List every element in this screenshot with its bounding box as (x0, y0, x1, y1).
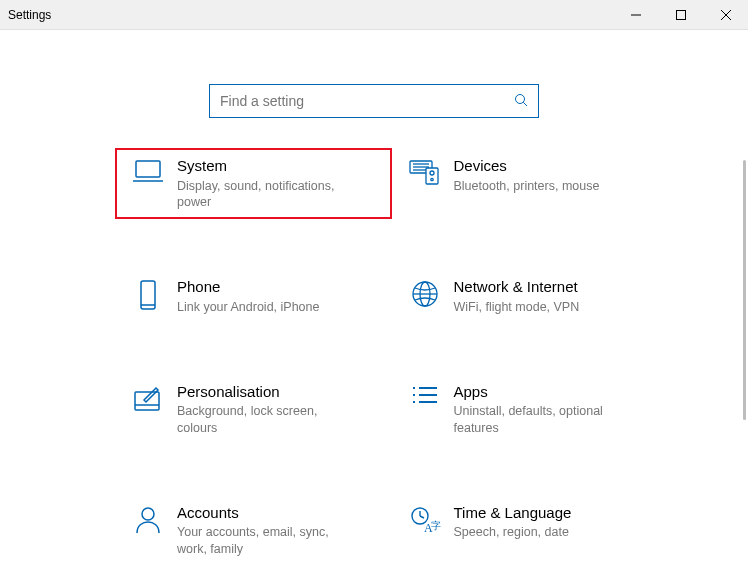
globe-icon (410, 279, 440, 309)
paintbrush-icon (132, 384, 164, 414)
tile-desc: Your accounts, email, sync, work, family (177, 524, 353, 558)
tile-title: Accounts (177, 503, 353, 523)
minimize-icon (631, 10, 641, 20)
svg-text:字: 字 (431, 520, 441, 531)
close-button[interactable] (703, 0, 748, 29)
title-bar: Settings (0, 0, 748, 30)
tile-title: Apps (454, 382, 630, 402)
tile-desc: Background, lock screen, colours (177, 403, 353, 437)
scrollbar-thumb[interactable] (743, 160, 746, 420)
laptop-icon (131, 158, 165, 186)
settings-grid: System Display, sound, notifications, po… (0, 148, 748, 566)
tile-title: Phone (177, 277, 319, 297)
tile-title: Network & Internet (454, 277, 580, 297)
svg-point-28 (142, 508, 154, 520)
tile-title: Devices (454, 156, 600, 176)
window-controls (613, 0, 748, 29)
window-title: Settings (8, 8, 51, 22)
svg-point-4 (516, 94, 525, 103)
tile-title: System (177, 156, 353, 176)
search-icon (514, 93, 528, 110)
time-language-icon: A 字 (409, 505, 441, 535)
person-icon (134, 505, 162, 535)
phone-icon (137, 279, 159, 313)
svg-rect-1 (676, 10, 685, 19)
tile-system[interactable]: System Display, sound, notifications, po… (115, 148, 392, 219)
apps-list-icon (410, 384, 440, 410)
tile-time-language[interactable]: A 字 Time & Language Speech, region, date (392, 495, 669, 566)
tile-network[interactable]: Network & Internet WiFi, flight mode, VP… (392, 269, 669, 323)
tile-personalisation[interactable]: Personalisation Background, lock screen,… (115, 374, 392, 445)
tile-title: Time & Language (454, 503, 572, 523)
tile-phone[interactable]: Phone Link your Android, iPhone (115, 269, 392, 323)
tile-desc: Bluetooth, printers, mouse (454, 178, 600, 195)
devices-icon (408, 158, 442, 186)
tile-devices[interactable]: Devices Bluetooth, printers, mouse (392, 148, 669, 219)
tile-accounts[interactable]: Accounts Your accounts, email, sync, wor… (115, 495, 392, 566)
close-icon (721, 10, 731, 20)
tile-desc: Speech, region, date (454, 524, 572, 541)
maximize-icon (676, 10, 686, 20)
tile-desc: Display, sound, notifications, power (177, 178, 353, 212)
svg-rect-6 (136, 161, 160, 177)
search-input[interactable]: Find a setting (209, 84, 539, 118)
svg-line-5 (523, 102, 527, 106)
tile-desc: Link your Android, iPhone (177, 299, 319, 316)
search-placeholder: Find a setting (220, 93, 514, 109)
tile-desc: Uninstall, defaults, optional features (454, 403, 630, 437)
maximize-button[interactable] (658, 0, 703, 29)
tile-apps[interactable]: Apps Uninstall, defaults, optional featu… (392, 374, 669, 445)
svg-line-31 (420, 516, 424, 518)
minimize-button[interactable] (613, 0, 658, 29)
content-area: Find a setting System Display, sound, no… (0, 30, 748, 571)
tile-title: Personalisation (177, 382, 353, 402)
tile-desc: WiFi, flight mode, VPN (454, 299, 580, 316)
